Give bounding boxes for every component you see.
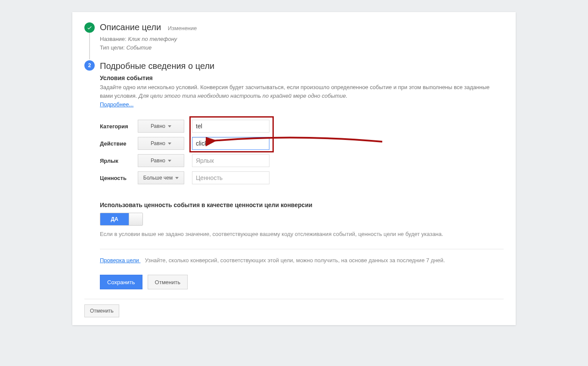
- label-label: Ярлык: [100, 158, 138, 164]
- step-actions: Сохранить Отменить: [100, 275, 504, 289]
- conditions-block: Категория Равно Действие Равно: [100, 120, 504, 184]
- conditions-desc-italic: Для цели этого типа необходимо настроить…: [139, 93, 347, 99]
- caret-down-icon: [168, 125, 171, 127]
- separator: [100, 249, 504, 249]
- value-operator-text: Больше чем: [143, 175, 173, 181]
- check-icon: [87, 25, 93, 31]
- action-operator-dropdown[interactable]: Равно: [138, 137, 184, 150]
- step-1-badge: [84, 22, 95, 33]
- step-connector: [89, 33, 90, 59]
- step-2-title: Подробные сведения о цели: [100, 61, 214, 71]
- step-1-name-label: Название:: [100, 36, 127, 42]
- value-value-input[interactable]: [192, 171, 269, 184]
- step-1-name-value: Клик по телефону: [128, 36, 177, 42]
- caret-down-icon: [175, 177, 179, 179]
- cancel-button[interactable]: Отменить: [148, 275, 188, 289]
- use-event-value-note: Если в условии выше не задано значение, …: [100, 230, 479, 239]
- step-1-type-value: Событие: [126, 44, 152, 51]
- toggle-on-label: ДА: [100, 213, 129, 225]
- verify-goal-link[interactable]: Проверка цели: [100, 257, 140, 264]
- conditions-title: Условия события: [100, 74, 504, 81]
- action-label: Действие: [100, 140, 138, 147]
- toggle-knob: [129, 213, 142, 225]
- condition-row-value: Ценность Больше чем: [100, 171, 504, 184]
- value-operator-dropdown[interactable]: Больше чем: [138, 171, 184, 184]
- condition-row-action: Действие Равно: [100, 137, 504, 150]
- label-operator-text: Равно: [151, 158, 165, 164]
- step-2: 2 Подробные сведения о цели Условия собы…: [84, 60, 504, 292]
- use-event-value-title: Использовать ценность события в качестве…: [100, 202, 504, 208]
- step-1-title[interactable]: Описание цели: [100, 22, 161, 32]
- use-event-value-section: Использовать ценность события в качестве…: [100, 202, 504, 239]
- step-1-sub: Изменение: [168, 25, 197, 31]
- verify-goal-line: Проверка цели Узнайте, сколько конверсий…: [100, 256, 479, 265]
- save-button[interactable]: Сохранить: [100, 275, 142, 289]
- value-label: Ценность: [100, 175, 138, 181]
- step-1: Описание цели Изменение Название: Клик п…: [84, 22, 504, 54]
- goal-setup-card: Описание цели Изменение Название: Клик п…: [72, 12, 516, 325]
- verify-goal-text: Узнайте, сколько конверсий, соответствую…: [145, 257, 445, 264]
- learn-more-link[interactable]: Подробнее...: [100, 101, 133, 108]
- condition-row-category: Категория Равно: [100, 120, 504, 133]
- step-2-badge: 2: [84, 60, 95, 71]
- category-operator-dropdown[interactable]: Равно: [138, 120, 184, 133]
- use-event-value-toggle[interactable]: ДА: [100, 213, 143, 226]
- label-operator-dropdown[interactable]: Равно: [138, 154, 184, 167]
- cancel-outer-button[interactable]: Отменить: [84, 304, 119, 317]
- footer: Отменить: [84, 299, 504, 317]
- condition-row-label: Ярлык Равно: [100, 154, 504, 167]
- action-value-input[interactable]: [192, 137, 269, 150]
- step-1-type-label: Тип цели:: [100, 44, 125, 51]
- action-operator-text: Равно: [151, 140, 165, 146]
- category-value-input[interactable]: [192, 120, 269, 133]
- category-operator-text: Равно: [151, 123, 165, 129]
- caret-down-icon: [168, 160, 171, 162]
- category-label: Категория: [100, 123, 138, 130]
- label-value-input[interactable]: [192, 154, 269, 167]
- conditions-desc: Задайте одно или несколько условий. Конв…: [100, 83, 504, 100]
- caret-down-icon: [168, 143, 171, 145]
